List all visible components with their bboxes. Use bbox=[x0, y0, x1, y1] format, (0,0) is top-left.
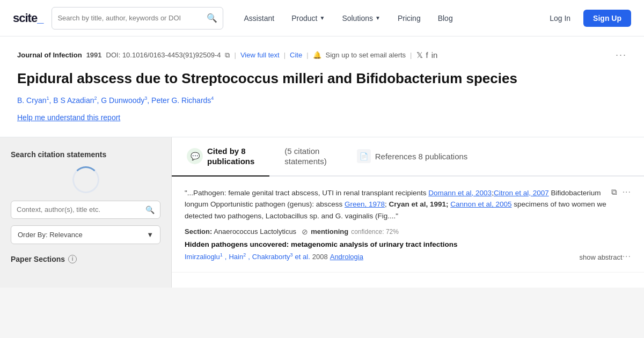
tab-statements[interactable]: (5 citation statements) bbox=[269, 137, 341, 177]
section-label: Section: Anaerococcus Lactolyticus bbox=[185, 227, 296, 236]
facebook-icon[interactable]: f bbox=[426, 50, 428, 60]
chevron-down-icon: ▼ bbox=[375, 15, 380, 21]
main-nav: Assistant Product ▼ Solutions ▼ Pricing … bbox=[236, 10, 532, 27]
loading-spinner bbox=[72, 166, 99, 193]
citation-link-green[interactable]: Green, 1978 bbox=[345, 200, 385, 208]
paper-author-1[interactable]: Imirzalioglu1 bbox=[185, 252, 223, 261]
paper-more-icon[interactable]: ··· bbox=[623, 252, 631, 261]
nav-item-product[interactable]: Product ▼ bbox=[284, 10, 332, 27]
order-by-chevron: ▼ bbox=[147, 231, 153, 239]
copy-doi-icon[interactable]: ⧉ bbox=[225, 51, 230, 60]
check-circle-icon: ⊘ bbox=[302, 227, 308, 236]
mentioning-badge: ⊘ mentioning confidence: 72% bbox=[302, 227, 399, 236]
citation-link-cannon[interactable]: Cannon et al, 2005 bbox=[450, 200, 511, 208]
citations-panel: 💬 Cited by 8 publications (5 citation st… bbox=[172, 137, 644, 288]
nav-label-solutions: Solutions bbox=[342, 14, 373, 23]
paper-sections-label: Paper Sections bbox=[11, 255, 65, 263]
references-tab-label: References 8 publications bbox=[375, 151, 468, 162]
twitter-icon[interactable]: 𝕏 bbox=[416, 50, 423, 60]
journal-name: Journal of Infection bbox=[17, 51, 82, 59]
sidebar-title: Search citation statements bbox=[11, 150, 160, 159]
citation-more-icon[interactable]: ··· bbox=[623, 187, 631, 197]
statements-tab-title: (5 citation bbox=[284, 146, 319, 157]
references-tab-title: References 8 publications bbox=[375, 151, 468, 162]
logo: scite_ bbox=[13, 11, 43, 25]
paper-authors: Imirzalioglu1, Hain2, Chakraborty3 et al… bbox=[185, 252, 363, 261]
author-3[interactable]: G Dunwoody3 bbox=[101, 96, 147, 105]
main-content: Search citation statements 🔍 Order By: R… bbox=[0, 137, 644, 288]
bell-icon: 🔔 bbox=[313, 51, 321, 59]
nav-item-pricing[interactable]: Pricing bbox=[390, 10, 428, 27]
order-by-select[interactable]: Order By: Relevance ▼ bbox=[11, 225, 160, 244]
nav-item-assistant[interactable]: Assistant bbox=[236, 10, 282, 27]
view-full-text-link[interactable]: View full text bbox=[240, 51, 280, 59]
citation-quote: "...Pathogen: female genital tract absce… bbox=[185, 187, 611, 222]
references-tab-icon: 📄 bbox=[357, 149, 371, 163]
confidence-text: confidence: 72% bbox=[351, 228, 399, 236]
linkedin-icon[interactable]: in bbox=[431, 50, 438, 60]
card-actions: ⧉ ··· bbox=[611, 187, 631, 197]
article-title: Epidural abscess due to Streptococcus mi… bbox=[17, 69, 627, 88]
tab-cited[interactable]: 💬 Cited by 8 publications bbox=[172, 137, 269, 177]
nav-item-solutions[interactable]: Solutions ▼ bbox=[334, 10, 388, 27]
paper-author-2[interactable]: Hain2 bbox=[229, 252, 246, 261]
nav-label-product: Product bbox=[291, 14, 317, 23]
help-link[interactable]: Help me understand this report bbox=[17, 113, 120, 122]
signup-button[interactable]: Sign Up bbox=[583, 10, 631, 27]
author-2[interactable]: B S Azadian2 bbox=[53, 96, 97, 105]
tabs: 💬 Cited by 8 publications (5 citation st… bbox=[172, 137, 644, 177]
copy-citation-icon[interactable]: ⧉ bbox=[611, 187, 617, 197]
paper-author-3[interactable]: Chakraborty3 bbox=[252, 252, 293, 261]
paper-sections-title: Paper Sections i bbox=[11, 255, 160, 263]
cited-tab-title: Cited by 8 bbox=[207, 146, 246, 157]
paper-title: Hidden pathogens uncovered: metagenomic … bbox=[185, 240, 631, 248]
section-info: Section: Anaerococcus Lactolyticus ⊘ men… bbox=[185, 227, 631, 236]
nav-item-blog[interactable]: Blog bbox=[430, 10, 460, 27]
order-by-label: Order By: Relevance bbox=[18, 231, 83, 239]
citation-card: "...Pathogen: female genital tract absce… bbox=[172, 177, 644, 273]
alert-text: Sign up to set email alerts bbox=[326, 51, 406, 59]
et-al: et al. bbox=[295, 253, 310, 261]
author-4[interactable]: Peter G. Richards4 bbox=[151, 96, 214, 105]
cite-link[interactable]: Cite bbox=[290, 51, 302, 59]
login-button[interactable]: Log In bbox=[541, 10, 579, 27]
article-year: 1991 bbox=[86, 51, 102, 59]
logo-underscore: _ bbox=[37, 11, 43, 25]
citation-link-citron[interactable]: Citron et al, 2007 bbox=[494, 189, 549, 197]
author-1[interactable]: B. Cryan1 bbox=[17, 96, 49, 105]
paper-sections-info-icon[interactable]: i bbox=[68, 255, 77, 263]
article-doi: DOI: 10.1016/0163-4453(91)92509-4 bbox=[106, 51, 221, 59]
section-prefix: Section: bbox=[185, 227, 212, 236]
nav-label-blog: Blog bbox=[438, 14, 453, 23]
cited-tab-label: Cited by 8 publications bbox=[207, 146, 254, 167]
search-icon: 🔍 bbox=[207, 13, 217, 23]
cited-tab-icon: 💬 bbox=[187, 148, 203, 164]
statements-tab-sub: statements) bbox=[284, 156, 326, 167]
authors-list: B. Cryan1, B S Azadian2, G Dunwoody3, Pe… bbox=[17, 95, 627, 105]
citation-search-icon: 🔍 bbox=[145, 205, 155, 214]
article-section: Journal of Infection 1991 DOI: 10.1016/0… bbox=[0, 36, 644, 137]
statements-tab-label: (5 citation statements) bbox=[284, 146, 326, 167]
article-meta: Journal of Infection 1991 DOI: 10.1016/0… bbox=[17, 49, 627, 61]
social-icons: 𝕏 f in bbox=[416, 50, 438, 60]
nav-label-assistant: Assistant bbox=[244, 14, 274, 23]
show-abstract-button[interactable]: show abstract bbox=[579, 253, 622, 261]
header: scite_ 🔍 Assistant Product ▼ Solutions ▼… bbox=[0, 0, 644, 36]
chevron-down-icon: ▼ bbox=[319, 15, 325, 21]
tab-references[interactable]: 📄 References 8 publications bbox=[342, 137, 483, 177]
paper-year: 2008 bbox=[312, 253, 328, 261]
search-input[interactable] bbox=[57, 14, 207, 22]
cited-tab-sub: publications bbox=[207, 156, 254, 167]
card-header: "...Pathogen: female genital tract absce… bbox=[185, 187, 631, 227]
citation-link-domann[interactable]: Domann et al, 2003 bbox=[428, 189, 492, 197]
spinner-container bbox=[11, 166, 160, 193]
more-options-icon[interactable]: ··· bbox=[616, 49, 627, 61]
nav-actions: Log In Sign Up bbox=[541, 10, 631, 27]
paper-journal-link[interactable]: Andrologia bbox=[330, 253, 363, 261]
section-value: Anaerococcus Lactolyticus bbox=[214, 227, 296, 236]
citation-search-bar[interactable]: 🔍 bbox=[11, 201, 160, 219]
paper-row: Imirzalioglu1, Hain2, Chakraborty3 et al… bbox=[185, 252, 631, 261]
citation-search-input[interactable] bbox=[17, 205, 145, 214]
search-bar[interactable]: 🔍 bbox=[52, 7, 223, 30]
sidebar: Search citation statements 🔍 Order By: R… bbox=[0, 137, 172, 288]
